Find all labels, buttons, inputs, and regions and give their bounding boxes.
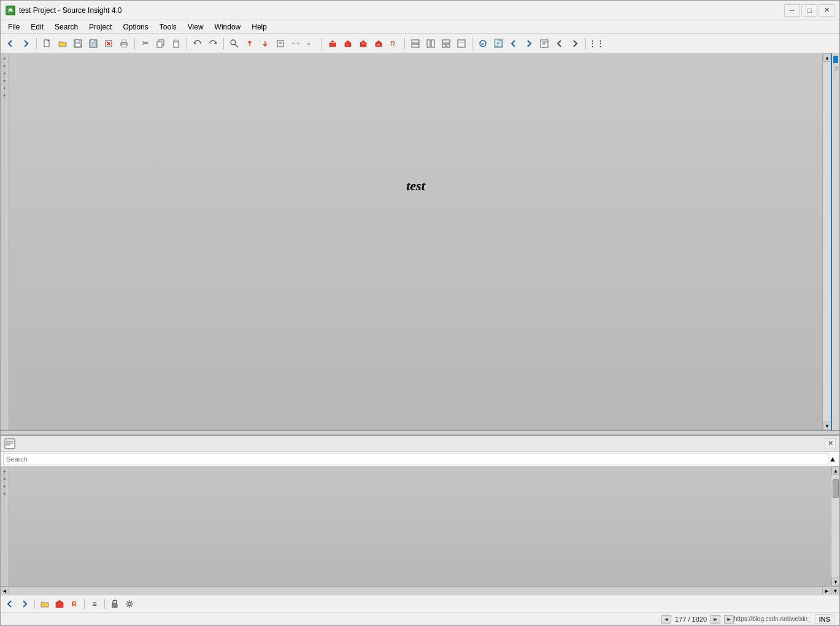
open-file-button[interactable] (55, 36, 70, 51)
menu-options[interactable]: Options (118, 21, 153, 33)
replace-button[interactable]: x→y (288, 36, 303, 51)
nav-prev-button[interactable]: ◄ (661, 615, 671, 624)
bottom-hscroll: ◄ ► ▼ (1, 586, 839, 595)
svg-rect-12 (121, 45, 126, 47)
save-button[interactable] (71, 36, 85, 51)
cut-button[interactable]: ✂ (138, 36, 153, 51)
forward-button[interactable] (18, 36, 33, 51)
bottom-panel-header: ✕ (1, 436, 839, 452)
stack-button[interactable] (454, 36, 469, 51)
bt-lookup-button[interactable]: ≡ (88, 597, 101, 611)
menu-view[interactable]: View (183, 21, 209, 33)
bt-bookmark-button[interactable] (53, 597, 66, 611)
back-button[interactable] (3, 36, 18, 51)
lookup-left-button[interactable] (552, 36, 567, 51)
vscroll-expand-button[interactable]: ▼ (831, 587, 839, 595)
bt-back-button[interactable] (3, 597, 17, 611)
status-middle: ◄ 177 / 1820 ► ► (661, 615, 734, 624)
bottom-search-row: ▲ (1, 452, 839, 466)
editor-area: test (9, 53, 822, 430)
gutter-marker: + (3, 476, 6, 482)
tile-h-button[interactable] (408, 36, 423, 51)
close-file-button[interactable] (101, 36, 116, 51)
bt-relation-button[interactable]: R (67, 597, 81, 611)
menu-bar: File Edit Search Project Options Tools V… (1, 20, 839, 34)
svg-text:≈: ≈ (307, 41, 310, 47)
svg-rect-33 (427, 40, 430, 47)
sep-6 (404, 37, 405, 50)
maximize-button[interactable]: □ (801, 4, 817, 17)
bottom-search-scroll-up[interactable]: ▲ (828, 453, 837, 465)
bottom-scroll-track[interactable] (831, 475, 839, 578)
hscroll-left-button[interactable]: ◄ (1, 587, 9, 595)
gutter-marker: + (2, 85, 8, 91)
menu-help[interactable]: Help (247, 21, 272, 33)
close-button[interactable]: ✕ (819, 4, 834, 17)
relation-window-button[interactable]: R (387, 36, 401, 51)
lookup-ref-button[interactable] (537, 36, 552, 51)
menu-edit[interactable]: Edit (26, 21, 48, 33)
edge-label: Fi... (834, 67, 838, 74)
search-selection-button[interactable] (273, 36, 288, 51)
scroll-track[interactable] (823, 62, 831, 422)
bt-project-button[interactable] (38, 597, 52, 611)
bt-settings-button[interactable] (123, 597, 136, 611)
lookup-fwd-button[interactable] (522, 36, 536, 51)
bottom-toolbar: R ≡ (1, 595, 839, 612)
menu-file[interactable]: File (3, 21, 25, 33)
svg-rect-36 (442, 44, 445, 47)
svg-rect-42 (541, 40, 548, 47)
tile-mixed-button[interactable] (439, 36, 453, 51)
tile-v-button[interactable] (423, 36, 438, 51)
nav-next-button[interactable]: ► (711, 615, 720, 624)
lookup-right-button[interactable] (568, 36, 582, 51)
hscroll-right-button[interactable]: ► (822, 587, 831, 595)
svg-point-52 (128, 602, 131, 605)
redo-button[interactable] (206, 36, 220, 51)
print-button[interactable] (117, 36, 131, 51)
bottom-panel: ✕ ▲ + + + + ▲ ▼ (1, 435, 839, 595)
search-button[interactable] (227, 36, 242, 51)
paste-button[interactable] (169, 36, 183, 51)
scroll-up-button[interactable]: ▲ (823, 53, 831, 62)
menu-project[interactable]: Project (84, 21, 117, 33)
new-file-button[interactable] (40, 36, 55, 51)
title-bar-left: test Project - Source Insight 4.0 (6, 6, 121, 15)
menu-search[interactable]: Search (50, 21, 83, 33)
panel-divider[interactable] (1, 430, 839, 435)
menu-tools[interactable]: Tools (155, 21, 182, 33)
minimize-button[interactable]: ─ (784, 4, 800, 17)
prev-bookmark-button[interactable] (325, 36, 340, 51)
menu-window[interactable]: Window (210, 21, 246, 33)
save-all-button[interactable] (86, 36, 101, 51)
regex-button[interactable]: ≈ (304, 36, 318, 51)
sep-7 (472, 37, 472, 50)
window-list-button[interactable]: ⋮⋮ (589, 36, 604, 51)
status-bar: ◄ 177 / 1820 ► ► https://blog.csdn.net/w… (1, 612, 839, 625)
copy-button[interactable] (153, 36, 168, 51)
bottom-panel-close-button[interactable]: ✕ (825, 438, 836, 449)
edge-indicator (833, 56, 838, 63)
bt-fwd-button[interactable] (18, 597, 31, 611)
bt-sep-1 (34, 599, 35, 609)
project-window-button[interactable]: P (476, 36, 490, 51)
svg-rect-34 (431, 40, 434, 47)
toggle-bookmark-button[interactable] (341, 36, 355, 51)
scroll-down-button[interactable]: ▼ (823, 422, 831, 430)
bt-lock-button[interactable] (108, 597, 121, 611)
refresh-button[interactable]: 🔄 (491, 36, 506, 51)
lookup-back-button[interactable] (506, 36, 521, 51)
next-bookmark-button[interactable] (356, 36, 371, 51)
nav-next2-button[interactable]: ► (724, 615, 734, 624)
bottom-scroll-up-button[interactable]: ▲ (831, 466, 839, 475)
gutter-marker: + (2, 78, 8, 84)
undo-button[interactable] (190, 36, 205, 51)
search-down-button[interactable] (258, 36, 272, 51)
bottom-search-input[interactable] (3, 453, 828, 465)
gutter-marker: + (2, 63, 8, 69)
jump-bookmark-button[interactable] (371, 36, 386, 51)
bottom-scroll-down-button[interactable]: ▼ (831, 578, 839, 586)
status-right: https://blog.csdn.net/weixin_ INS (734, 614, 834, 624)
hscroll-track[interactable] (9, 587, 822, 595)
search-up-button[interactable] (242, 36, 257, 51)
